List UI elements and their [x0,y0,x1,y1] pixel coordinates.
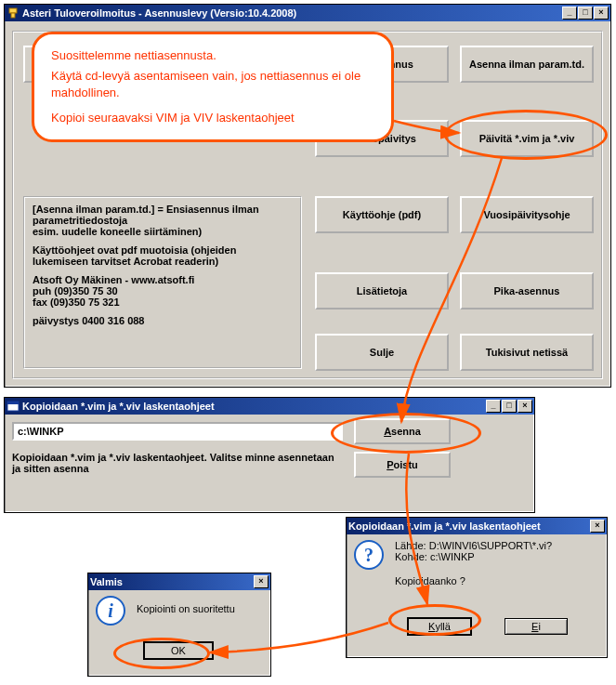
info-panel: [Asenna ilman param.td.] = Ensiasennus i… [23,196,302,369]
annotation-callout: Suosittelemme nettiasennusta. Käytä cd-l… [32,32,394,142]
poistu-rest: oistu [394,459,418,470]
confirm-line: Kohde: c:\WINKP [395,551,596,562]
minimize-button[interactable]: _ [486,400,501,413]
close-button[interactable]: × [518,400,532,413]
info-line: [Asenna ilman param.td.] = Ensiasennus i… [33,204,259,226]
question-icon: ? [354,540,384,570]
info-line: päivystys 0400 316 088 [33,315,145,326]
asenna-ilman-button[interactable]: Asenna ilman param.td. [460,46,594,83]
ei-rest: i [538,621,540,632]
maximize-button[interactable]: □ [502,400,517,413]
copy-title: Kopioidaan *.vim ja *.viv laskentaohjeet [22,401,486,412]
lisatietoja-button[interactable]: Lisätietoja [315,272,449,310]
info-line: Atsoft Oy Mäkinen - www.atsoft.fi [33,274,194,285]
asenna-rest: senna [391,426,421,437]
asenna-button[interactable]: Asenna [354,418,451,444]
window-icon [7,400,20,413]
callout-line: Suosittelemme nettiasennusta. [51,47,374,64]
done-titlebar: Valmis × [88,573,270,590]
svg-rect-1 [11,13,15,18]
copy-message: Kopioidaan *.vim ja *.viv laskentaohjeet… [12,452,334,474]
maximize-button[interactable]: □ [578,7,593,20]
confirm-titlebar: Kopioidaan *.vim ja *.viv laskentaohjeet… [347,518,607,534]
kylla-button[interactable]: Kyllä [408,618,471,635]
close-button[interactable]: × [590,520,605,533]
info-line: fax (09)350 75 321 [33,296,120,308]
done-title: Valmis [90,576,254,587]
confirm-line: Lähde: D:\WINVI6\SUPPORT\*.vi? [395,540,596,551]
copy-window: Kopioidaan *.vim ja *.viv laskentaohjeet… [4,397,535,513]
pika-asennus-button[interactable]: Pika-asennus [460,272,594,310]
svg-rect-3 [7,402,19,404]
callout-line: Käytä cd-levyä asentamiseen vain, jos ne… [51,68,374,101]
minimize-button[interactable]: _ [562,7,577,20]
ok-button[interactable]: OK [144,642,213,659]
done-message: Kopiointi on suoritettu [137,603,235,614]
ei-button[interactable]: Ei [505,618,568,635]
close-button[interactable]: × [254,575,269,588]
close-button[interactable]: × [594,7,609,20]
vuosipaivitysohje-button[interactable]: Vuosipäivitysohje [460,196,594,233]
app-icon [7,7,20,20]
path-input[interactable]: c:\WINKP [12,422,343,441]
main-title: Asteri Tuloveroilmoitus - Asennuslevy (V… [22,7,562,19]
confirm-dialog: Kopioidaan *.vim ja *.viv laskentaohjeet… [346,517,608,658]
main-titlebar: Asteri Tuloveroilmoitus - Asennuslevy (V… [5,5,610,21]
info-line: Käyttöohjeet ovat pdf muotoisia (ohjeide… [33,244,236,267]
info-line: puh (09)350 75 30 [33,285,118,296]
kylla-rest: yllä [435,621,451,632]
callout-line: Kopioi seuraavaksi VIM ja VIV laskentaoh… [51,110,374,126]
tukisivut-button[interactable]: Tukisivut netissä [460,334,594,371]
copy-titlebar: Kopioidaan *.vim ja *.viv laskentaohjeet… [5,398,534,415]
info-icon: i [96,596,125,626]
confirm-line: Kopioidaanko ? [395,575,596,586]
confirm-title: Kopioidaan *.vim ja *.viv laskentaohjeet [348,520,590,532]
poistu-accel: P [387,459,393,470]
asenna-accel: A [384,426,391,437]
paivita-vim-viv-button[interactable]: Päivitä *.vim ja *.viv [460,120,594,157]
poistu-button[interactable]: Poistu [354,452,451,478]
sulje-button[interactable]: Sulje [315,334,449,371]
done-dialog: Valmis × i Kopiointi on suoritettu OK [87,573,271,677]
kayttoohje-button[interactable]: Käyttöohje (pdf) [315,196,449,233]
svg-rect-0 [9,8,17,13]
info-line: esim. uudelle koneelle siirtäminen) [33,226,202,237]
